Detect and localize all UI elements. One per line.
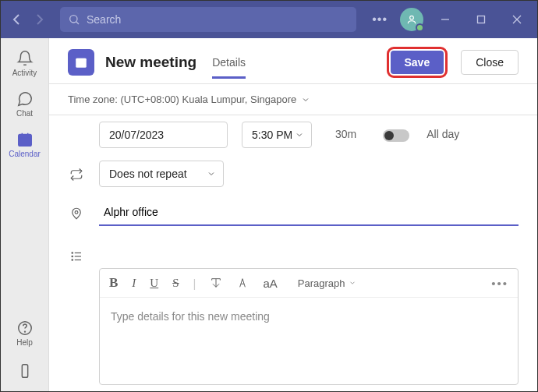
close-window-button[interactable] xyxy=(503,5,531,34)
allday-label: All day xyxy=(427,122,459,147)
repeat-icon xyxy=(68,166,85,183)
minimize-button[interactable] xyxy=(431,5,459,34)
time-input[interactable] xyxy=(242,122,312,148)
svg-rect-13 xyxy=(22,365,27,378)
font-color-button[interactable] xyxy=(236,277,249,289)
svg-rect-7 xyxy=(18,134,31,146)
save-button[interactable]: Save xyxy=(391,51,444,74)
highlight-button[interactable] xyxy=(210,277,222,289)
app-rail: Activity Chat Calendar Help xyxy=(1,38,49,392)
tab-details[interactable]: Details xyxy=(212,51,246,79)
rail-help[interactable]: Help xyxy=(3,313,47,352)
list-icon xyxy=(68,248,85,265)
svg-point-21 xyxy=(72,256,73,257)
search-input[interactable] xyxy=(87,13,349,26)
font-size-button[interactable]: aA xyxy=(263,277,277,290)
svg-point-12 xyxy=(24,331,25,332)
content-area: New meeting Details Save Close Time zone… xyxy=(49,38,537,392)
allday-toggle[interactable] xyxy=(383,129,409,142)
separator: | xyxy=(193,277,196,290)
title-bar: ••• xyxy=(1,1,537,38)
paragraph-dropdown[interactable]: Paragraph xyxy=(298,277,356,289)
rail-calendar[interactable]: Calendar xyxy=(3,125,47,164)
presence-indicator xyxy=(416,23,424,32)
underline-button[interactable]: U xyxy=(150,277,158,290)
svg-point-20 xyxy=(72,253,73,254)
chevron-down-icon xyxy=(301,95,310,104)
avatar[interactable] xyxy=(400,8,423,31)
rail-chat[interactable]: Chat xyxy=(3,84,47,123)
duration-label[interactable]: 30m xyxy=(332,122,359,147)
location-icon xyxy=(68,205,85,222)
rail-device[interactable] xyxy=(3,357,47,385)
editor-body[interactable]: Type details for this new meeting xyxy=(100,298,518,384)
italic-button[interactable]: I xyxy=(132,277,136,290)
svg-rect-15 xyxy=(76,58,87,62)
editor-more-button[interactable]: ••• xyxy=(491,277,508,290)
search-icon xyxy=(68,13,80,26)
back-button[interactable] xyxy=(7,10,26,29)
maximize-button[interactable] xyxy=(467,5,495,34)
rail-calendar-label: Calendar xyxy=(9,150,41,158)
timezone-label: Time zone: (UTC+08:00) Kuala Lumpur, Sin… xyxy=(68,94,296,105)
rail-activity[interactable]: Activity xyxy=(3,44,47,83)
svg-point-22 xyxy=(72,260,73,261)
timezone-row[interactable]: Time zone: (UTC+08:00) Kuala Lumpur, Sin… xyxy=(49,84,537,115)
rail-activity-label: Activity xyxy=(12,69,37,77)
rail-chat-label: Chat xyxy=(16,109,33,118)
strike-button[interactable]: S xyxy=(172,277,179,290)
close-button[interactable]: Close xyxy=(461,50,519,75)
svg-line-1 xyxy=(76,22,79,24)
bold-button[interactable]: B xyxy=(109,275,118,291)
location-input[interactable] xyxy=(99,200,519,226)
editor: B I U S | aA Paragraph ••• Type details … xyxy=(99,268,519,385)
search-box[interactable] xyxy=(60,7,356,32)
page-title: New meeting xyxy=(105,54,196,71)
forward-button[interactable] xyxy=(30,10,49,29)
rail-help-label: Help xyxy=(16,338,33,347)
svg-point-2 xyxy=(410,16,414,19)
more-button[interactable]: ••• xyxy=(367,12,392,26)
svg-point-16 xyxy=(75,211,78,214)
svg-point-0 xyxy=(70,16,77,23)
svg-rect-4 xyxy=(478,16,485,23)
date-input[interactable] xyxy=(99,122,228,148)
meeting-icon xyxy=(68,49,94,76)
repeat-select[interactable] xyxy=(99,161,224,187)
